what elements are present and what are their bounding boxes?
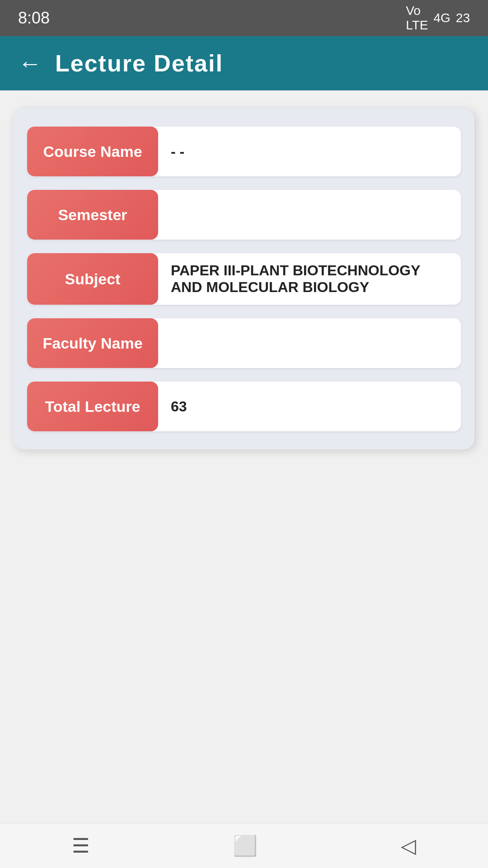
subject-row: Subject PAPER III-PLANT BIOTECHNOLOGY AN… [27, 253, 461, 305]
faculty-name-value [158, 318, 461, 368]
total-lecture-value: 63 [158, 382, 461, 431]
signal-icon: VoLTE [406, 4, 428, 33]
home-icon[interactable]: ⬜ [233, 834, 258, 858]
subject-label: Subject [27, 253, 158, 305]
faculty-name-row: Faculty Name [27, 318, 461, 368]
main-content: Course Name - - Semester Subject PAPER I… [0, 90, 488, 823]
semester-row: Semester [27, 190, 461, 240]
battery-icon: 23 [456, 11, 470, 25]
course-name-label: Course Name [27, 127, 158, 176]
semester-value [158, 190, 461, 240]
back-nav-icon[interactable]: ◁ [401, 834, 416, 857]
bottom-nav: ☰ ⬜ ◁ [0, 823, 488, 868]
semester-label: Semester [27, 190, 158, 240]
total-lecture-row: Total Lecture 63 [27, 382, 461, 431]
detail-card: Course Name - - Semester Subject PAPER I… [14, 108, 474, 449]
page-title: Lecture Detail [55, 50, 223, 77]
status-time: 8:08 [18, 9, 50, 28]
back-button[interactable]: ← [18, 52, 42, 75]
app-bar: ← Lecture Detail [0, 36, 488, 90]
faculty-name-label: Faculty Name [27, 318, 158, 368]
status-bar: 8:08 VoLTE 4G 23 [0, 0, 488, 36]
course-name-value: - - [158, 127, 461, 176]
status-icons: VoLTE 4G 23 [406, 4, 470, 33]
menu-icon[interactable]: ☰ [72, 834, 89, 857]
network-icon: 4G [433, 11, 450, 25]
total-lecture-label: Total Lecture [27, 382, 158, 431]
subject-value: PAPER III-PLANT BIOTECHNOLOGY AND MOLECU… [158, 253, 461, 305]
course-name-row: Course Name - - [27, 127, 461, 176]
